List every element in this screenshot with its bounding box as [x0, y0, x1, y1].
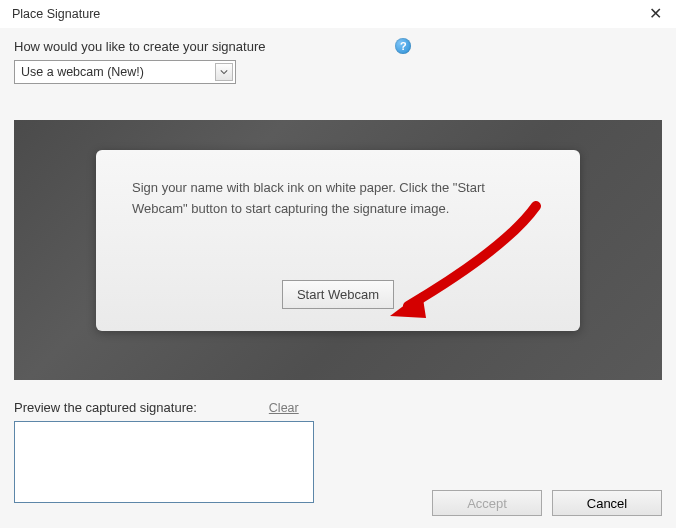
- dropdown-selected: Use a webcam (New!): [21, 65, 144, 79]
- preview-row: Preview the captured signature: Clear: [14, 400, 662, 415]
- dialog-footer: Accept Cancel: [432, 490, 662, 516]
- dialog-body: How would you like to create your signat…: [0, 28, 676, 517]
- signature-method-dropdown[interactable]: Use a webcam (New!): [14, 60, 236, 84]
- accept-button: Accept: [432, 490, 542, 516]
- window-title: Place Signature: [12, 7, 100, 21]
- question-row: How would you like to create your signat…: [14, 38, 662, 54]
- instruction-text: Sign your name with black ink on white p…: [132, 178, 544, 220]
- webcam-capture-area: Sign your name with black ink on white p…: [14, 120, 662, 380]
- instruction-panel: Sign your name with black ink on white p…: [96, 150, 580, 331]
- preview-label: Preview the captured signature:: [14, 400, 197, 415]
- start-webcam-button[interactable]: Start Webcam: [282, 280, 394, 309]
- chevron-down-icon: [215, 63, 233, 81]
- close-icon[interactable]: ✕: [645, 2, 666, 26]
- titlebar: Place Signature ✕: [0, 0, 676, 28]
- signature-method-label: How would you like to create your signat…: [14, 39, 265, 54]
- clear-link[interactable]: Clear: [269, 401, 299, 415]
- help-icon[interactable]: ?: [395, 38, 411, 54]
- preview-box: [14, 421, 314, 503]
- cancel-button[interactable]: Cancel: [552, 490, 662, 516]
